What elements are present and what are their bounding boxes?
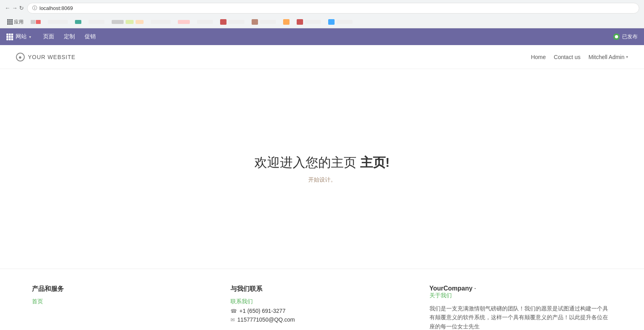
bookmark-5[interactable] [109,19,146,25]
main-content: 欢迎进入您的主页 主页! 开始设计。 [0,69,644,269]
bookmark-4[interactable] [86,19,107,25]
apps-label: 应用 [14,19,24,26]
bookmark-2[interactable] [45,19,70,25]
nav-link-contact[interactable]: Contact us [554,54,581,60]
user-menu[interactable]: Mitchell Admin ▾ [589,54,628,60]
bookmark-icon-1 [31,20,41,24]
hero-subtitle: 开始设计。 [308,176,336,184]
bookmark-13[interactable] [326,18,355,26]
footer-phone-number: +1 (650) 691-3277 [239,308,286,314]
nav-buttons: ← → ↻ [5,5,24,11]
admin-bar: 网站 ▾ 页面 定制 促销 已发布 [0,28,644,45]
bookmark-12[interactable] [294,18,323,26]
email-icon: ✉ [230,317,235,323]
footer-about-link[interactable]: 关于我们 [429,292,612,299]
footer-phone: ☎ +1 (650) 691-3277 [230,308,413,314]
published-badge[interactable]: 已发布 [613,33,638,40]
grid-icon [6,34,13,40]
footer-description: 我们是一支充满激情朝气磅礴的团队！我们的愿景是试图通过构建一个具有颠覆意义的软件… [429,304,612,330]
footer-contact-link[interactable]: 联系我们 [230,298,413,305]
published-label: 已发布 [622,33,638,40]
url-text: localhost:8069 [39,5,73,11]
site-navbar: ● YOUR WEBSITE Home Contact us Mitchell … [0,45,644,69]
nav-link-home[interactable]: Home [531,54,546,60]
refresh-button[interactable]: ↻ [19,5,24,11]
footer-email: ✉ 1157771050@QQ.com [230,316,413,323]
footer-col2-heading: 与我们联系 [230,285,413,293]
admin-menu-customize[interactable]: 定制 [60,31,79,43]
bookmark-8[interactable] [195,19,215,25]
site-logo-text: YOUR WEBSITE [28,54,75,60]
bookmark-3[interactable] [73,19,84,25]
footer-company-header: YourCompany · 关于我们 [429,285,612,299]
admin-menu-promotions[interactable]: 促销 [81,31,100,43]
site-nav-links: Home Contact us Mitchell Admin ▾ [531,54,628,60]
bookmark-11[interactable] [281,18,292,26]
globe-icon: ● [16,53,25,61]
footer-col-contact: 与我们联系 联系我们 ☎ +1 (650) 691-3277 ✉ 1157771… [230,285,413,330]
bookmark-7[interactable] [175,19,192,25]
bookmark-9[interactable] [218,18,247,26]
footer-link-home[interactable]: 首页 [32,298,215,305]
bookmark-6[interactable] [148,19,173,25]
admin-menu-pages[interactable]: 页面 [39,31,58,43]
user-name: Mitchell Admin [589,54,624,60]
admin-logo[interactable]: 网站 ▾ [6,33,31,40]
bookmark-10[interactable] [249,18,278,26]
lock-icon: ⓘ [32,5,37,12]
admin-bar-right: 已发布 [613,33,638,40]
footer-col-about: YourCompany · 关于我们 我们是一支充满激情朝气磅礴的团队！我们的愿… [429,285,612,330]
hero-title-normal: 欢迎进入您的主页 [254,155,356,170]
admin-menu: 页面 定制 促销 [39,31,100,43]
footer-email-address: 1157771050@QQ.com [237,316,295,323]
bookmark-1[interactable] [28,19,43,25]
phone-icon: ☎ [230,308,237,314]
footer-col-products: 产品和服务 首页 [32,285,215,330]
hero-title-bold: 主页! [360,155,390,170]
browser-toolbar: ← → ↻ ⓘ localhost:8069 [0,0,644,16]
footer-separator: · [474,285,476,292]
back-button[interactable]: ← [5,5,10,11]
admin-logo-chevron: ▾ [29,35,31,39]
address-bar[interactable]: ⓘ localhost:8069 [27,3,639,14]
apps-grid-icon [7,19,13,25]
apps-bookmark[interactable]: 应用 [5,18,26,26]
published-dot [613,34,620,40]
bookmarks-bar: 应用 [0,16,644,28]
admin-logo-label: 网站 [16,33,27,40]
chevron-down-icon: ▾ [626,55,628,59]
footer-col1-heading: 产品和服务 [32,285,215,293]
footer-company-name: YourCompany [429,285,473,292]
site-footer: 产品和服务 首页 与我们联系 联系我们 ☎ +1 (650) 691-3277 … [0,269,644,330]
browser-chrome: ← → ↻ ⓘ localhost:8069 应用 [0,0,644,28]
hero-title: 欢迎进入您的主页 主页! [254,154,390,172]
site-logo: ● YOUR WEBSITE [16,53,75,61]
forward-button[interactable]: → [12,5,18,11]
